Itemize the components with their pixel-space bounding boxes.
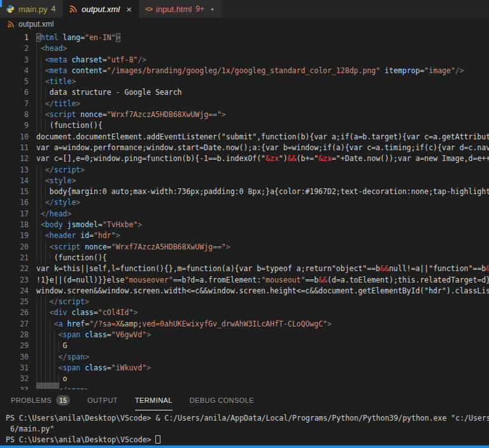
code-line[interactable]: 33 </span> <box>0 385 489 390</box>
tab-main-py[interactable]: main.py 4 <box>0 0 62 18</box>
code-line[interactable]: 21 (function(){ <box>0 253 489 263</box>
code-line[interactable]: 26 <div class="cOl4Id"> <box>0 307 489 318</box>
code-line[interactable]: 30 </span> <box>0 352 489 363</box>
code-line[interactable]: 5 <title> <box>0 76 489 87</box>
indent-guide <box>41 176 45 186</box>
code-line-content: var c=[],e=0;window.ping=function(b){-1=… <box>29 153 489 164</box>
code-line-content: <body jsmodel="TvHxbe"> <box>29 220 142 230</box>
panel-tab-output[interactable]: OUTPUT <box>87 389 118 410</box>
code-line[interactable]: 1<html lang="en-IN"> <box>0 32 489 43</box>
line-number: 6 <box>0 87 29 98</box>
line-number: 9 <box>0 120 29 131</box>
code-line-content: </span> <box>29 352 89 363</box>
editor-tab-bar: main.py 4 output.xml × <> input.html 9+ … <box>0 0 489 18</box>
line-number: 19 <box>0 230 29 241</box>
code-line[interactable]: 29 G <box>0 340 489 351</box>
code-line[interactable]: 10document.documentElement.addEventListe… <box>0 132 489 143</box>
close-icon[interactable]: × <box>126 4 132 14</box>
indent-guide <box>50 253 54 263</box>
indent-guide <box>36 230 41 241</box>
indent-guide <box>36 363 41 374</box>
panel-tab-label: DEBUG CONSOLE <box>190 396 254 404</box>
code-line[interactable]: 32 o <box>0 374 489 384</box>
code-line[interactable]: 19 <header id="hdr"> <box>0 230 489 241</box>
tab-label: input.html <box>156 4 192 14</box>
code-line[interactable]: 22var k=this||self,l=function(){},m=func… <box>0 263 489 274</box>
line-number: 2 <box>0 43 29 54</box>
panel-tab-problems[interactable]: PROBLEMS 15 <box>11 389 70 410</box>
terminal-line: PS C:\Users\anila\Desktop\VScode> <box>6 435 489 445</box>
code-line-content: <title> <box>29 76 76 87</box>
line-number: 33 <box>0 385 29 390</box>
panel-tab-label: OUTPUT <box>87 396 118 404</box>
code-line[interactable]: 31 <span class="iWkuvd"> <box>0 363 489 374</box>
code-line[interactable]: 4 <meta content="/images/branding/google… <box>0 66 489 76</box>
code-line[interactable]: 12var c=[],e=0;window.ping=function(b){-… <box>0 153 489 164</box>
code-line[interactable]: 23!1}e||(d=null)}}else"mouseover"==b?d=a… <box>0 275 489 286</box>
indent-guide <box>41 307 45 318</box>
indent-guide <box>50 330 54 340</box>
breadcrumb-file: output.xml <box>18 20 53 29</box>
code-line[interactable]: 7 </title> <box>0 99 489 109</box>
code-line-content: <script nonce="Wrxf7AzczA5HDB68XwUWjg=="… <box>29 109 226 120</box>
code-line[interactable]: 3 <meta charset="utf-8"/> <box>0 55 489 66</box>
indent-guide <box>36 43 41 54</box>
code-line[interactable]: 28 <span class="V6gwVd"> <box>0 330 489 340</box>
tab-problem-badge: 4 <box>52 4 56 13</box>
indent-guide <box>36 297 41 307</box>
code-line-content: <head> <box>29 43 67 54</box>
indent-guide <box>36 352 41 363</box>
panel-tab-debug-console[interactable]: DEBUG CONSOLE <box>190 389 254 410</box>
code-line[interactable]: 17 </head> <box>0 209 489 220</box>
indent-guide <box>36 307 41 318</box>
code-line[interactable]: 13 </script> <box>0 165 489 176</box>
indent-guide <box>45 363 50 374</box>
indent-guide <box>54 330 59 340</box>
code-line[interactable]: 11var a=window.performance;window.start=… <box>0 143 489 153</box>
indent-guide <box>45 120 50 131</box>
code-line[interactable]: 16 </style> <box>0 197 489 208</box>
code-line[interactable]: 6 data structure - Google Search <box>0 87 489 98</box>
code-line-content: </script> <box>29 165 85 176</box>
code-line[interactable]: 2 <head> <box>0 43 489 54</box>
indent-guide <box>36 120 41 131</box>
line-number: 5 <box>0 76 29 87</box>
line-number: 29 <box>0 340 29 351</box>
code-line[interactable]: 24window.screen&&window.screen.width<=c&… <box>0 286 489 297</box>
code-line[interactable]: 15 body{margin:0 auto;max-width:736px;pa… <box>0 186 489 197</box>
code-line[interactable]: 9 (function(){ <box>0 120 489 131</box>
line-number: 1 <box>0 32 29 43</box>
indent-guide <box>41 352 45 363</box>
indent-guide <box>50 363 54 374</box>
line-number: 24 <box>0 286 29 297</box>
line-number: 4 <box>0 66 29 76</box>
status-bar <box>0 445 489 448</box>
indent-guide <box>36 176 41 186</box>
indent-guide <box>41 120 45 131</box>
code-line[interactable]: 18 <body jsmodel="TvHxbe"> <box>0 220 489 230</box>
code-line[interactable]: 25 </script> <box>0 297 489 307</box>
horizontal-scrollbar[interactable] <box>36 382 59 389</box>
code-line-content: (function(){ <box>29 120 103 131</box>
indent-guide <box>41 330 45 340</box>
xml-icon <box>69 4 78 13</box>
line-number: 25 <box>0 297 29 307</box>
panel-tab-terminal[interactable]: TERMINAL <box>135 389 173 410</box>
breadcrumb[interactable]: output.xml <box>0 18 489 31</box>
line-number: 20 <box>0 242 29 253</box>
indent-guide <box>45 352 50 363</box>
tab-input-html[interactable]: <> input.html 9+ ● <box>139 0 221 18</box>
code-line[interactable]: 20 <script nonce="Wrxf7AzczA5HDB68XwUWjg… <box>0 242 489 253</box>
indent-guide <box>36 319 41 330</box>
code-line-content: <script nonce="Wrxf7AzczA5HDB68XwUWjg=="… <box>29 242 230 253</box>
terminal[interactable]: PS C:\Users\anila\Desktop\VScode> & C:/U… <box>0 410 489 445</box>
code-line-content: var k=this||self,l=function(){},m=functi… <box>29 263 489 274</box>
line-number: 30 <box>0 352 29 363</box>
code-editor[interactable]: 1<html lang="en-IN">2 <head>3 <meta char… <box>0 31 489 389</box>
code-line-content: <header id="hdr"> <box>29 230 120 241</box>
tab-output-xml[interactable]: output.xml × <box>63 0 139 18</box>
indent-guide <box>41 340 45 351</box>
code-line[interactable]: 27 <a href="/?sa=X&amp;ved=0ahUKEwixyfGv… <box>0 319 489 330</box>
code-line[interactable]: 14 <style> <box>0 176 489 186</box>
code-line[interactable]: 8 <script nonce="Wrxf7AzczA5HDB68XwUWjg=… <box>0 109 489 120</box>
